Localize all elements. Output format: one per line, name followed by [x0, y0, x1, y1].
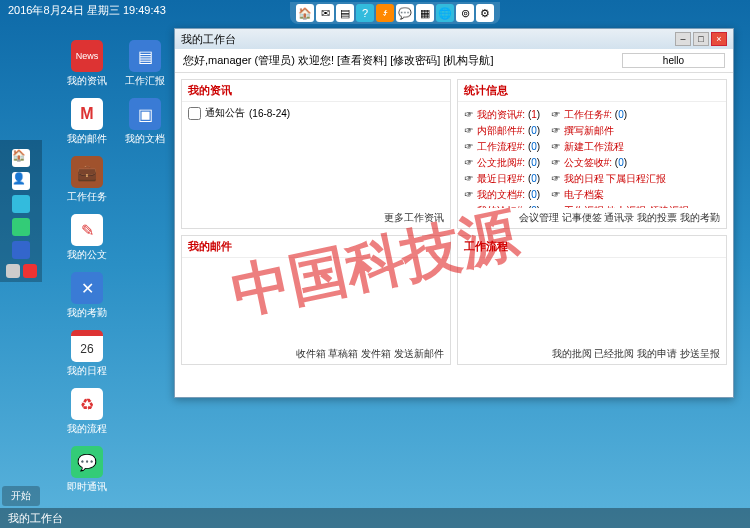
panel-news-title: 我的资讯 [182, 80, 450, 102]
rss-icon[interactable]: ៛ [376, 4, 394, 22]
desktop-tasks[interactable]: 💼工作任务 [62, 156, 112, 204]
desktop-im[interactable]: 💬即时通讯 [62, 446, 112, 494]
desktop-official[interactable]: ✎我的公文 [62, 214, 112, 262]
panel-flow-title: 工作流程 [458, 236, 726, 258]
link-org[interactable]: [机构导航] [443, 54, 493, 66]
panel-stats-title: 统计信息 [458, 80, 726, 102]
desktop-flow[interactable]: ♻我的流程 [62, 388, 112, 436]
workbench-window: 我的工作台 – □ × 您好,manager (管理员) 欢迎您! [查看资料]… [174, 28, 734, 398]
help-icon[interactable]: ? [356, 4, 374, 22]
dock-avatar-icon[interactable]: 👤 [12, 172, 30, 190]
close-button[interactable]: × [711, 32, 727, 46]
minimize-button[interactable]: – [675, 32, 691, 46]
hello-box: hello [622, 53, 725, 68]
panel-mail: 我的邮件 收件箱 草稿箱 发件箱 发送新邮件 [181, 235, 451, 365]
dock-home-icon[interactable]: 🏠 [12, 149, 30, 167]
doc-icon[interactable]: ▤ [336, 4, 354, 22]
greeting-bar: 您好,manager (管理员) 欢迎您! [查看资料] [修改密码] [机构导… [175, 49, 733, 73]
notice-checkbox[interactable] [188, 107, 201, 120]
taskbar[interactable]: 我的工作台 [0, 508, 750, 528]
window-titlebar[interactable]: 我的工作台 – □ × [175, 29, 733, 49]
home-icon[interactable]: 🏠 [296, 4, 314, 22]
dock-phone-icon[interactable] [6, 264, 20, 278]
panel-flow-footer[interactable]: 我的批阅 已经批阅 我的申请 抄送呈报 [458, 344, 726, 364]
greeting-text: 您好,manager (管理员) 欢迎您! [183, 54, 334, 66]
desktop-icons: News我的资讯 ▤工作汇报 M我的邮件 ▣我的文档 💼工作任务 ✎我的公文 ✕… [62, 40, 170, 494]
dock-people-icon[interactable] [12, 195, 30, 213]
desktop-schedule[interactable]: 26我的日程 [62, 330, 112, 378]
panel-stats: 统计信息 ☞ 我的资讯#: (1) ☞ 工作任务#: (0) ☞ 内部邮件#: … [457, 79, 727, 229]
desktop-news[interactable]: News我的资讯 [62, 40, 112, 88]
chat-icon[interactable]: 💬 [396, 4, 414, 22]
start-button[interactable]: 开始 [2, 486, 40, 506]
lifering-icon[interactable]: ⊚ [456, 4, 474, 22]
calendar-icon[interactable]: ▦ [416, 4, 434, 22]
gear-icon[interactable]: ⚙ [476, 4, 494, 22]
desktop-attend[interactable]: ✕我的考勤 [62, 272, 112, 320]
panel-stats-footer[interactable]: 会议管理 记事便签 通讯录 我的投票 我的考勤 [458, 208, 726, 228]
window-title: 我的工作台 [181, 32, 236, 47]
panel-mail-footer[interactable]: 收件箱 草稿箱 发件箱 发送新邮件 [182, 344, 450, 364]
panel-news: 我的资讯 通知公告 (16-8-24) 更多工作资讯 [181, 79, 451, 229]
mail-icon[interactable]: ✉ [316, 4, 334, 22]
globe-icon[interactable]: 🌐 [436, 4, 454, 22]
notice-item[interactable]: 通知公告 (16-8-24) [188, 106, 444, 120]
panel-flow: 工作流程 我的批阅 已经批阅 我的申请 抄送呈报 [457, 235, 727, 365]
maximize-button[interactable]: □ [693, 32, 709, 46]
desktop-mail[interactable]: M我的邮件 [62, 98, 112, 146]
link-profile[interactable]: [查看资料] [337, 54, 387, 66]
panel-mail-title: 我的邮件 [182, 236, 450, 258]
taskbar-item[interactable]: 我的工作台 [8, 512, 63, 524]
dock-chat-icon[interactable] [12, 218, 30, 236]
side-dock: 🏠 👤 [0, 140, 42, 282]
desktop-docs[interactable]: ▣我的文档 [120, 98, 170, 146]
top-toolbar: 🏠 ✉ ▤ ? ៛ 💬 ▦ 🌐 ⊚ ⚙ [290, 2, 500, 24]
desktop-report[interactable]: ▤工作汇报 [120, 40, 170, 88]
link-password[interactable]: [修改密码] [390, 54, 440, 66]
dock-flag-icon[interactable] [12, 241, 30, 259]
panel-news-more[interactable]: 更多工作资讯 [182, 208, 450, 228]
dock-close-icon[interactable] [23, 264, 37, 278]
